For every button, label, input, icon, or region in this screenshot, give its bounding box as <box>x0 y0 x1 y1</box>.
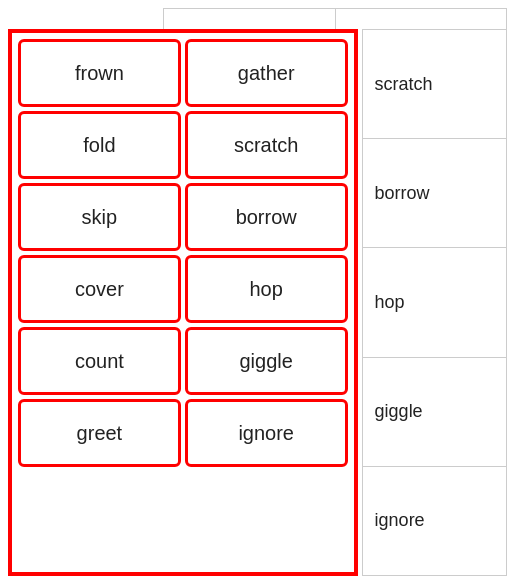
header-row <box>163 8 507 29</box>
card-4-1[interactable]: giggle <box>185 327 348 395</box>
header-col2 <box>335 8 507 29</box>
card-3-0[interactable]: cover <box>18 255 181 323</box>
card-row-1: foldscratch <box>18 111 348 179</box>
card-2-1[interactable]: borrow <box>185 183 348 251</box>
card-5-0[interactable]: greet <box>18 399 181 467</box>
card-row-4: countgiggle <box>18 327 348 395</box>
card-4-0[interactable]: count <box>18 327 181 395</box>
card-1-0[interactable]: fold <box>18 111 181 179</box>
card-2-0[interactable]: skip <box>18 183 181 251</box>
word-item-3[interactable]: giggle <box>362 358 507 467</box>
header-col1 <box>163 8 335 29</box>
word-list: scratchborrowhopgiggleignore <box>362 29 507 576</box>
main-row: frowngatherfoldscratchskipborrowcoverhop… <box>8 29 507 576</box>
card-3-1[interactable]: hop <box>185 255 348 323</box>
word-item-1[interactable]: borrow <box>362 139 507 248</box>
card-0-1[interactable]: gather <box>185 39 348 107</box>
card-row-2: skipborrow <box>18 183 348 251</box>
card-0-0[interactable]: frown <box>18 39 181 107</box>
card-5-1[interactable]: ignore <box>185 399 348 467</box>
word-item-0[interactable]: scratch <box>362 29 507 139</box>
word-item-4[interactable]: ignore <box>362 467 507 576</box>
word-item-2[interactable]: hop <box>362 248 507 357</box>
card-row-3: coverhop <box>18 255 348 323</box>
card-row-0: frowngather <box>18 39 348 107</box>
card-area: frowngatherfoldscratchskipborrowcoverhop… <box>8 29 358 576</box>
main-container: frowngatherfoldscratchskipborrowcoverhop… <box>0 0 515 584</box>
card-row-5: greetignore <box>18 399 348 467</box>
card-1-1[interactable]: scratch <box>185 111 348 179</box>
